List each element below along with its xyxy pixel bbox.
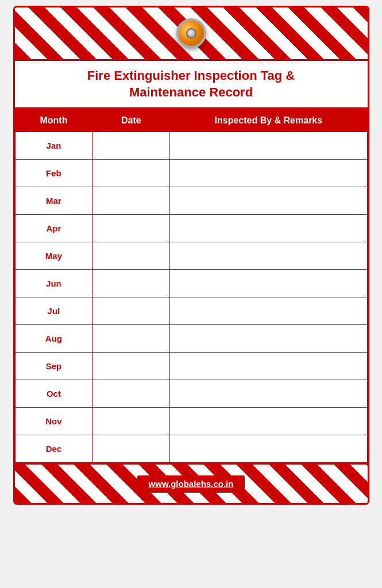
eyelet (176, 18, 206, 48)
cell-month: Aug (15, 325, 92, 353)
eyelet-inner (186, 28, 196, 38)
cell-date (92, 242, 170, 270)
cell-month: Feb (15, 160, 92, 187)
page-title: Fire Extinguisher Inspection Tag & Maint… (24, 68, 358, 100)
cell-date (92, 325, 170, 353)
title-section: Fire Extinguisher Inspection Tag & Maint… (15, 59, 368, 109)
cell-remarks (170, 297, 367, 325)
cell-month: Jul (15, 297, 92, 325)
footer-hazard-stripe: www.globalehs.co.in (15, 463, 368, 503)
table-row: Oct (15, 380, 367, 408)
col-header-month: Month (15, 110, 92, 132)
cell-date (92, 160, 170, 187)
table-row: Feb (15, 160, 367, 187)
cell-date (92, 380, 170, 408)
table-row: May (15, 242, 367, 270)
cell-month: Oct (15, 380, 92, 408)
cell-remarks (170, 435, 367, 463)
cell-remarks (170, 353, 367, 380)
cell-month: Nov (15, 408, 92, 435)
top-hazard-stripe (15, 7, 368, 59)
cell-month: Sep (15, 353, 92, 380)
inspection-tag: Fire Extinguisher Inspection Tag & Maint… (13, 6, 369, 505)
table-row: Jan (15, 132, 367, 160)
cell-remarks (170, 270, 367, 297)
cell-remarks (170, 132, 367, 160)
col-header-remarks: Inspected By & Remarks (170, 110, 367, 132)
cell-remarks (170, 242, 367, 270)
footer-url-box: www.globalehs.co.in (137, 475, 245, 493)
cell-date (92, 215, 170, 242)
table-row: Nov (15, 408, 367, 435)
cell-month: Dec (15, 435, 92, 463)
table-row: Apr (15, 215, 367, 242)
table-row: Aug (15, 325, 367, 353)
cell-month: Apr (15, 215, 92, 242)
table-row: Mar (15, 187, 367, 215)
cell-date (92, 408, 170, 435)
table-header-row: Month Date Inspected By & Remarks (15, 110, 367, 132)
table-row: Jun (15, 270, 367, 297)
cell-date (92, 132, 170, 160)
cell-remarks (170, 160, 367, 187)
inspection-table: Month Date Inspected By & Remarks JanFeb… (15, 109, 368, 463)
cell-date (92, 435, 170, 463)
cell-month: Jun (15, 270, 92, 297)
cell-month: May (15, 242, 92, 270)
cell-date (92, 353, 170, 380)
cell-month: Mar (15, 187, 92, 215)
table-row: Sep (15, 353, 367, 380)
cell-remarks (170, 408, 367, 435)
table-row: Dec (15, 435, 367, 463)
col-header-date: Date (92, 110, 170, 132)
cell-remarks (170, 325, 367, 353)
table-section: Month Date Inspected By & Remarks JanFeb… (15, 109, 368, 463)
table-row: Jul (15, 297, 367, 325)
cell-date (92, 187, 170, 215)
cell-remarks (170, 187, 367, 215)
cell-date (92, 297, 170, 325)
cell-remarks (170, 380, 367, 408)
cell-remarks (170, 215, 367, 242)
footer-url: www.globalehs.co.in (149, 479, 234, 489)
cell-date (92, 270, 170, 297)
cell-month: Jan (15, 132, 92, 160)
